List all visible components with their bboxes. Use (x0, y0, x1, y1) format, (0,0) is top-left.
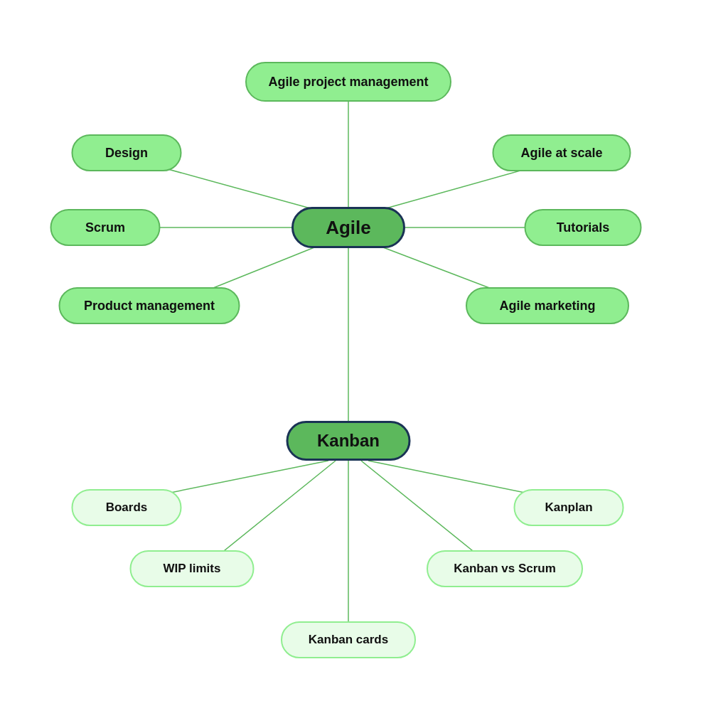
mind-map-diagram: Agile Kanban Agile project management De… (0, 0, 728, 728)
agile-project-management-node[interactable]: Agile project management (245, 62, 451, 102)
scrum-node[interactable]: Scrum (50, 209, 161, 246)
connection-lines (0, 0, 728, 728)
product-management-node[interactable]: Product management (59, 287, 240, 324)
tutorials-node[interactable]: Tutorials (525, 209, 642, 246)
agile-marketing-node[interactable]: Agile marketing (466, 287, 629, 324)
kanban-center-node[interactable]: Kanban (287, 421, 411, 461)
wip-limits-node[interactable]: WIP limits (130, 550, 255, 587)
design-node[interactable]: Design (72, 134, 182, 171)
connection-kanban_to_wip_limits (213, 461, 336, 560)
kanban-vs-scrum-node[interactable]: Kanban vs Scrum (427, 550, 583, 587)
kanplan-node[interactable]: Kanplan (514, 489, 624, 526)
boards-node[interactable]: Boards (72, 489, 182, 526)
agile-center-node[interactable]: Agile (291, 207, 405, 248)
connection-kanban_to_kanban_vs_scrum (361, 461, 483, 560)
agile-at-scale-node[interactable]: Agile at scale (493, 134, 631, 171)
kanban-cards-node[interactable]: Kanban cards (281, 621, 416, 658)
